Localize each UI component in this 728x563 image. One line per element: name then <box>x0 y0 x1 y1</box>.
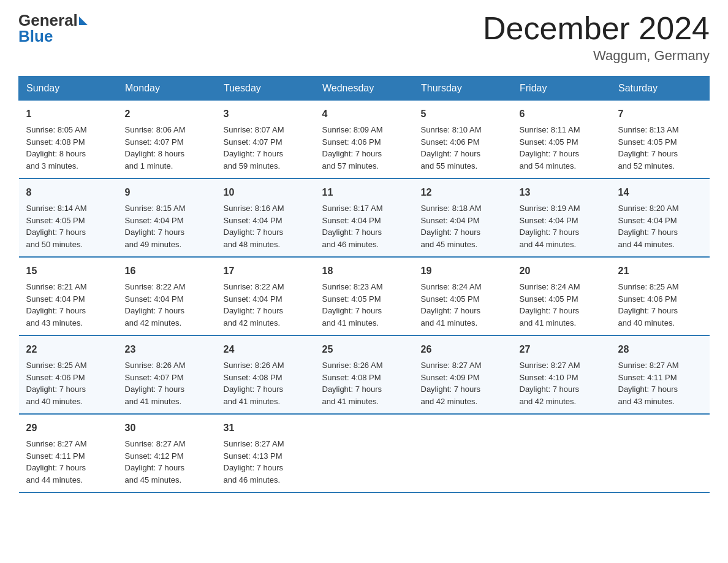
day-detail-line: Sunset: 4:09 PM <box>421 372 505 384</box>
day-detail-line: Sunset: 4:12 PM <box>125 450 209 462</box>
day-number: 16 <box>125 264 209 278</box>
day-detail-line: Sunrise: 8:14 AM <box>26 202 110 215</box>
day-cell: 3Sunrise: 8:07 AMSunset: 4:07 PMDaylight… <box>216 101 315 179</box>
day-number: 2 <box>125 107 209 121</box>
day-detail-line: Daylight: 7 hours <box>618 305 702 317</box>
day-detail-line: and 40 minutes. <box>618 317 702 329</box>
day-detail-line: Sunset: 4:04 PM <box>224 215 308 227</box>
day-detail-line: Daylight: 7 hours <box>322 226 406 239</box>
day-number: 24 <box>224 342 308 357</box>
day-number: 11 <box>322 185 406 200</box>
day-number: 29 <box>26 421 110 435</box>
day-detail-line: Sunset: 4:04 PM <box>421 215 505 227</box>
logo-blue-text: Blue <box>18 27 53 46</box>
day-number: 13 <box>520 185 604 200</box>
header-cell-sunday: Sunday <box>19 77 118 101</box>
day-detail-line: Daylight: 7 hours <box>520 305 604 317</box>
day-cell <box>414 414 512 492</box>
day-detail-line: Sunrise: 8:17 AM <box>322 202 406 215</box>
week-row-2: 8Sunrise: 8:14 AMSunset: 4:05 PMDaylight… <box>19 178 710 257</box>
day-number: 10 <box>224 185 308 200</box>
day-detail-line: and 52 minutes. <box>618 160 702 172</box>
day-detail-line: Sunrise: 8:26 AM <box>322 359 406 372</box>
day-detail-line: and 44 minutes. <box>520 239 604 251</box>
day-detail-line: and 40 minutes. <box>26 396 110 408</box>
day-detail-line: Sunrise: 8:27 AM <box>618 359 702 372</box>
day-detail-line: and 42 minutes. <box>125 317 209 329</box>
day-detail-line: Sunset: 4:06 PM <box>618 293 702 305</box>
day-detail-line: Sunrise: 8:24 AM <box>421 281 505 293</box>
header-cell-wednesday: Wednesday <box>315 77 414 101</box>
day-cell: 10Sunrise: 8:16 AMSunset: 4:04 PMDayligh… <box>216 178 315 257</box>
day-detail-line: Daylight: 7 hours <box>421 305 505 317</box>
day-cell: 2Sunrise: 8:06 AMSunset: 4:07 PMDaylight… <box>118 101 216 179</box>
day-number: 31 <box>224 421 308 435</box>
day-detail-line: Sunset: 4:11 PM <box>618 372 702 384</box>
day-detail-line: Sunset: 4:06 PM <box>322 136 406 148</box>
day-detail-line: Daylight: 7 hours <box>421 383 505 396</box>
day-detail-line: Sunset: 4:04 PM <box>224 293 308 305</box>
day-detail-line: Daylight: 8 hours <box>125 148 209 160</box>
day-detail-line: Daylight: 7 hours <box>421 226 505 239</box>
day-detail-line: and 45 minutes. <box>421 239 505 251</box>
day-detail-line: Daylight: 7 hours <box>224 305 308 317</box>
day-detail-line: Sunset: 4:07 PM <box>125 372 209 384</box>
day-number: 28 <box>618 342 702 357</box>
day-detail-line: Sunset: 4:04 PM <box>125 293 209 305</box>
day-detail-line: and 41 minutes. <box>520 317 604 329</box>
day-number: 17 <box>224 264 308 278</box>
day-detail-line: and 55 minutes. <box>421 160 505 172</box>
day-detail-line: Sunset: 4:04 PM <box>618 215 702 227</box>
day-detail-line: and 43 minutes. <box>26 317 110 329</box>
day-detail-line: Sunset: 4:05 PM <box>520 293 604 305</box>
day-cell: 18Sunrise: 8:23 AMSunset: 4:05 PMDayligh… <box>315 257 414 335</box>
day-cell: 17Sunrise: 8:22 AMSunset: 4:04 PMDayligh… <box>216 257 315 335</box>
day-detail-line: Sunset: 4:07 PM <box>125 136 209 148</box>
day-detail-line: Daylight: 7 hours <box>26 383 110 396</box>
day-detail-line: Sunset: 4:04 PM <box>125 215 209 227</box>
day-detail-line: Daylight: 7 hours <box>125 383 209 396</box>
day-detail-line: Sunrise: 8:20 AM <box>618 202 702 215</box>
day-detail-line: Sunrise: 8:11 AM <box>520 124 604 136</box>
day-detail-line: Sunrise: 8:09 AM <box>322 124 406 136</box>
day-detail-line: and 42 minutes. <box>520 396 604 408</box>
day-detail-line: Daylight: 7 hours <box>125 226 209 239</box>
day-detail-line: Sunset: 4:04 PM <box>520 215 604 227</box>
day-number: 21 <box>618 264 702 278</box>
header-cell-saturday: Saturday <box>611 77 710 101</box>
week-row-1: 1Sunrise: 8:05 AMSunset: 4:08 PMDaylight… <box>19 101 710 179</box>
day-detail-line: Daylight: 7 hours <box>26 305 110 317</box>
day-detail-line: Sunset: 4:06 PM <box>26 372 110 384</box>
day-number: 6 <box>520 107 604 121</box>
day-detail-line: Sunrise: 8:07 AM <box>224 124 308 136</box>
day-detail-line: and 50 minutes. <box>26 239 110 251</box>
day-detail-line: Sunrise: 8:19 AM <box>520 202 604 215</box>
day-detail-line: Sunset: 4:11 PM <box>26 450 110 462</box>
day-detail-line: Daylight: 7 hours <box>520 383 604 396</box>
day-number: 12 <box>421 185 505 200</box>
day-detail-line: and 41 minutes. <box>421 317 505 329</box>
day-detail-line: Sunset: 4:04 PM <box>322 215 406 227</box>
day-cell: 7Sunrise: 8:13 AMSunset: 4:05 PMDaylight… <box>611 101 710 179</box>
day-detail-line: Sunrise: 8:16 AM <box>224 202 308 215</box>
day-cell: 21Sunrise: 8:25 AMSunset: 4:06 PMDayligh… <box>611 257 710 335</box>
day-cell: 1Sunrise: 8:05 AMSunset: 4:08 PMDaylight… <box>19 101 118 179</box>
day-detail-line: and 41 minutes. <box>224 396 308 408</box>
day-detail-line: Sunset: 4:05 PM <box>618 136 702 148</box>
day-cell: 27Sunrise: 8:27 AMSunset: 4:10 PMDayligh… <box>512 335 611 414</box>
day-detail-line: Sunrise: 8:13 AM <box>618 124 702 136</box>
page-header: General Blue December 2024 Waggum, Germa… <box>18 12 710 64</box>
day-detail-line: Daylight: 7 hours <box>322 305 406 317</box>
day-cell: 13Sunrise: 8:19 AMSunset: 4:04 PMDayligh… <box>512 178 611 257</box>
day-detail-line: Sunrise: 8:22 AM <box>125 281 209 293</box>
title-area: December 2024 Waggum, Germany <box>483 12 710 64</box>
day-cell <box>315 414 414 492</box>
day-number: 15 <box>26 264 110 278</box>
day-cell: 9Sunrise: 8:15 AMSunset: 4:04 PMDaylight… <box>118 178 216 257</box>
day-number: 7 <box>618 107 702 121</box>
day-detail-line: and 59 minutes. <box>224 160 308 172</box>
day-cell: 4Sunrise: 8:09 AMSunset: 4:06 PMDaylight… <box>315 101 414 179</box>
day-detail-line: and 42 minutes. <box>421 396 505 408</box>
day-detail-line: Sunset: 4:05 PM <box>26 215 110 227</box>
day-cell: 5Sunrise: 8:10 AMSunset: 4:06 PMDaylight… <box>414 101 512 179</box>
